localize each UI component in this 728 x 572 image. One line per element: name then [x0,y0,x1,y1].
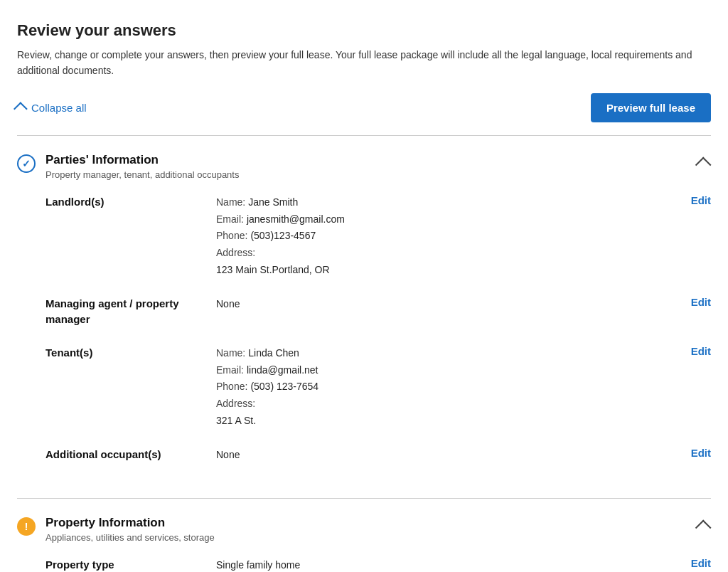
chevron-icon-parties[interactable] [695,157,712,173]
page-subtitle: Review, change or complete your answers,… [17,47,711,79]
section-icon-property: ! [17,517,36,536]
section-parties: Parties' InformationProperty manager, te… [17,135,711,498]
sections-container: Parties' InformationProperty manager, te… [17,135,711,572]
row-value-property-0: Single family home [216,557,682,572]
edit-button-property-0[interactable]: Edit [682,557,711,569]
section-property: !Property InformationAppliances, utiliti… [17,498,711,572]
chevron-up-icon [14,102,28,117]
section-desc-property: Appliances, utilities and services, stor… [46,532,215,543]
section-desc-parties: Property manager, tenant, additional occ… [46,169,239,180]
row-label-parties-2: Tenant(s) [46,345,216,361]
collapse-all-label: Collapse all [31,102,87,114]
edit-button-parties-0[interactable]: Edit [682,194,711,206]
row-label-parties-3: Additional occupant(s) [46,447,216,463]
row-label-parties-0: Landlord(s) [46,194,216,211]
table-row: Additional occupant(s) NoneEdit [46,447,711,464]
row-label-parties-1: Managing agent / property manager [46,296,216,328]
section-title-parties: Parties' Information [46,153,239,167]
row-value-parties-0: Name: Jane SmithEmail: janesmith@gmail.c… [216,194,682,279]
section-header-property: !Property InformationAppliances, utiliti… [17,516,711,543]
row-value-parties-2: Name: Linda ChenEmail: linda@gmail.netPh… [216,345,682,430]
preview-full-lease-button[interactable]: Preview full lease [591,93,711,122]
collapse-all-button[interactable]: Collapse all [17,102,87,114]
row-value-parties-3: None [216,447,682,464]
edit-button-parties-2[interactable]: Edit [682,345,711,357]
section-header-parties: Parties' InformationProperty manager, te… [17,153,711,180]
section-icon-parties [17,154,36,173]
chevron-icon-property[interactable] [695,519,712,536]
table-row: Tenant(s)Name: Linda ChenEmail: linda@gm… [46,345,711,430]
table-row: Managing agent / property manager NoneEd… [46,296,711,328]
page-title: Review your answers [17,21,711,40]
section-title-property: Property Information [46,516,215,530]
table-row: Property type Single family homeEdit [46,557,711,572]
row-value-parties-1: None [216,296,682,313]
table-row: Landlord(s)Name: Jane SmithEmail: janesm… [46,194,711,279]
edit-button-parties-3[interactable]: Edit [682,447,711,459]
row-label-property-0: Property type [46,557,216,572]
top-bar: Collapse all Preview full lease [17,93,711,122]
edit-button-parties-1[interactable]: Edit [682,296,711,308]
